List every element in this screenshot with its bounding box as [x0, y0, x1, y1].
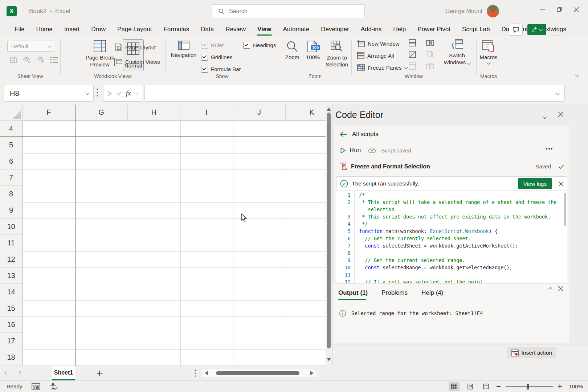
- menu-tab-script-lab[interactable]: Script Lab: [456, 23, 496, 36]
- accessibility-icon[interactable]: [50, 383, 58, 391]
- sheet-view-dropdown[interactable]: Default: [7, 41, 55, 52]
- vertical-scrollbar[interactable]: [326, 105, 332, 366]
- page-break-preview-button[interactable]: Page Break Preview: [85, 40, 115, 68]
- zoom-to-selection-button[interactable]: Zoom to Selection: [324, 41, 350, 68]
- checkbox-icon[interactable]: [243, 42, 250, 49]
- more-options-button[interactable]: [546, 148, 552, 150]
- row-header-4[interactable]: 4: [0, 121, 23, 137]
- menu-tab-automate[interactable]: Automate: [277, 23, 315, 36]
- comments-button[interactable]: [509, 24, 523, 36]
- restore-button[interactable]: [551, 2, 568, 17]
- column-header-G[interactable]: G: [75, 105, 128, 121]
- column-header-I[interactable]: I: [180, 105, 233, 121]
- switch-windows-button[interactable]: Switch Windows: [443, 39, 471, 66]
- script-row[interactable]: Freeze and Format Selection Saved: [340, 163, 564, 170]
- row-header-9[interactable]: 9: [0, 202, 23, 219]
- zoom-slider-thumb[interactable]: [527, 384, 529, 389]
- row-header-18[interactable]: 18: [0, 349, 23, 366]
- exit-sheet-view-icon[interactable]: [23, 56, 31, 64]
- new-window-button[interactable]: New Window: [357, 38, 400, 49]
- row-header-11[interactable]: 11: [0, 235, 23, 251]
- menu-tab-power-pivot[interactable]: Power Pivot: [412, 23, 456, 36]
- banner-close-icon[interactable]: [559, 181, 563, 186]
- hide-window-icon[interactable]: [409, 51, 416, 58]
- run-button[interactable]: Run: [350, 147, 361, 154]
- scroll-down-icon[interactable]: [327, 358, 331, 361]
- activity-button[interactable]: [551, 24, 564, 36]
- excel-app-icon[interactable]: X: [7, 6, 17, 16]
- name-box[interactable]: H8: [4, 85, 94, 102]
- enter-entry-icon[interactable]: [117, 91, 121, 95]
- view-side-by-side-icon[interactable]: [426, 39, 434, 46]
- collapse-ribbon-button[interactable]: [576, 71, 579, 78]
- menu-tab-insert[interactable]: Insert: [58, 23, 86, 36]
- panel-close-button[interactable]: [558, 112, 563, 117]
- insert-action-button[interactable]: Insert action: [507, 347, 556, 358]
- row-header-16[interactable]: 16: [0, 317, 23, 333]
- zoom-100-button[interactable]: 100 100%: [303, 41, 323, 60]
- sheet-cells[interactable]: [23, 121, 326, 366]
- row-header-6[interactable]: 6: [0, 153, 23, 170]
- menu-tab-page-layout[interactable]: Page Layout: [111, 23, 158, 36]
- code-area[interactable]: 1/*2 * This script will take a selected …: [336, 191, 567, 283]
- output-tab-help-4-[interactable]: Help (4): [421, 289, 443, 300]
- insert-function-button[interactable]: fx: [126, 89, 131, 97]
- next-sheet-icon[interactable]: [17, 371, 21, 375]
- row-header-8[interactable]: 8: [0, 186, 23, 202]
- checkbox-icon[interactable]: [201, 54, 208, 61]
- horizontal-scrollbar-thumb[interactable]: [216, 371, 299, 375]
- checkbox-ruler[interactable]: Ruler: [201, 41, 241, 49]
- navigation-button[interactable]: Navigation: [169, 41, 198, 58]
- scroll-up-icon[interactable]: [326, 107, 332, 111]
- scroll-right-icon[interactable]: [310, 371, 314, 375]
- new-sheet-view-icon[interactable]: [36, 56, 45, 64]
- user-avatar[interactable]: [487, 5, 499, 17]
- reset-window-position-icon[interactable]: [426, 62, 434, 70]
- row-header-14[interactable]: 14: [0, 284, 23, 300]
- arrange-all-button[interactable]: Arrange All: [357, 50, 394, 61]
- menu-tab-home[interactable]: Home: [30, 23, 58, 36]
- row-header-17[interactable]: 17: [0, 333, 23, 349]
- menu-tab-help[interactable]: Help: [387, 23, 412, 36]
- row-header-7[interactable]: 7: [0, 170, 23, 186]
- row-header-12[interactable]: 12: [0, 251, 23, 268]
- view-logs-button[interactable]: View logs: [518, 178, 552, 189]
- vertical-scrollbar-thumb[interactable]: [327, 113, 331, 348]
- menu-tab-review[interactable]: Review: [220, 23, 252, 36]
- scroll-left-icon[interactable]: [205, 371, 208, 375]
- keep-sheet-view-icon[interactable]: [9, 56, 17, 64]
- macros-button[interactable]: Macros: [477, 40, 500, 64]
- checkbox-gridlines[interactable]: Gridlines: [201, 53, 241, 61]
- panel-collapse-button[interactable]: [543, 113, 546, 120]
- search-input[interactable]: Search: [212, 4, 365, 18]
- menu-tab-data[interactable]: Data: [195, 23, 220, 36]
- zoom-in-icon[interactable]: [558, 384, 562, 388]
- status-page-layout-button[interactable]: [465, 382, 475, 391]
- column-header-F[interactable]: F: [23, 105, 75, 121]
- output-expand-icon[interactable]: [548, 287, 552, 291]
- select-all-corner[interactable]: [0, 105, 23, 121]
- horizontal-scrollbar[interactable]: [202, 369, 317, 377]
- zoom-slider[interactable]: [506, 386, 553, 387]
- status-normal-view-button[interactable]: [449, 382, 460, 391]
- column-header-H[interactable]: H: [128, 105, 180, 121]
- checkbox-headings[interactable]: Headings: [243, 41, 276, 49]
- new-sheet-button[interactable]: [95, 369, 104, 377]
- sheet-tab-sheet1[interactable]: Sheet1: [52, 366, 75, 380]
- row-header-10[interactable]: 10: [0, 219, 23, 235]
- menu-tab-add-ins[interactable]: Add-ins: [355, 23, 388, 36]
- code-scrollbar-thumb[interactable]: [564, 193, 566, 226]
- freeze-panes-button[interactable]: Freeze Panes: [357, 62, 407, 73]
- cancel-entry-icon[interactable]: [108, 91, 111, 96]
- close-button[interactable]: [568, 2, 584, 17]
- share-button[interactable]: [527, 24, 546, 35]
- row-header-13[interactable]: 13: [0, 268, 23, 284]
- row-header-5[interactable]: 5: [0, 137, 23, 153]
- minimize-button[interactable]: [534, 2, 551, 17]
- account-area[interactable]: George Mount: [445, 0, 499, 23]
- checkbox-formula-bar[interactable]: Formula Bar: [201, 65, 241, 73]
- checkbox-icon[interactable]: [201, 66, 208, 73]
- formula-bar-handle[interactable]: [97, 88, 98, 97]
- all-scripts-back[interactable]: All scripts: [340, 131, 379, 138]
- custom-views-button[interactable]: Custom Views: [114, 57, 160, 67]
